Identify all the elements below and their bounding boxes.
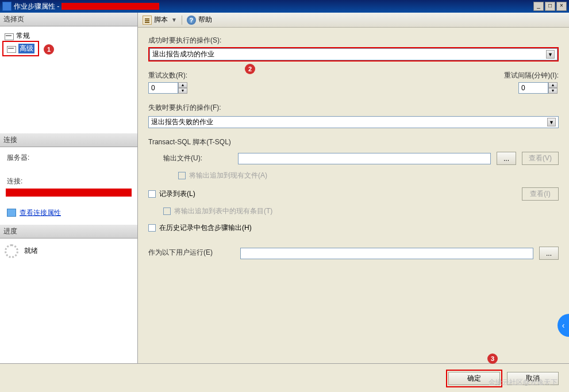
help-icon: ?: [187, 16, 196, 25]
retry-interval-up[interactable]: ▲: [548, 82, 558, 88]
include-history-label: 在历史记录中包含步骤输出(H): [159, 223, 252, 233]
annotation-marker-2: 2: [245, 64, 255, 74]
append-table-checkbox: [163, 207, 171, 215]
log-to-table-label: 记录到表(L): [159, 189, 195, 199]
title-prefix: 作业步骤属性 -: [14, 2, 61, 10]
server-label: 服务器:: [2, 151, 135, 164]
maximize-button[interactable]: □: [545, 2, 555, 11]
connection-label: 连接:: [2, 174, 135, 187]
annotation-marker-1: 1: [44, 44, 54, 55]
retry-count-label: 重试次数(R):: [148, 71, 189, 80]
retry-count-down[interactable]: ▼: [178, 88, 187, 94]
progress-header: 进度: [0, 225, 137, 239]
window-title: 作业步骤属性 -: [14, 2, 533, 11]
annotation-highlight-2: 退出报告成功的作业 ▼: [148, 47, 559, 62]
right-panel: 脚本 ▼ ? 帮助 成功时要执行的操作(S): 退出报告成功的作业 ▼ 2 重试…: [138, 13, 569, 363]
failure-action-label: 失败时要执行的操作(F):: [148, 103, 559, 113]
append-file-checkbox: [178, 172, 186, 179]
output-file-browse-button[interactable]: ...: [497, 152, 516, 165]
left-panel: 选择页 常规 高级 1 连接 服务器: 连接:: [0, 13, 138, 363]
append-table-label: 将输出追加到表中的现有条目(T): [174, 206, 272, 216]
retry-interval-input[interactable]: [518, 82, 548, 94]
view-conn-props-link[interactable]: 查看连接属性: [20, 208, 61, 218]
output-file-input[interactable]: [238, 153, 491, 164]
nav-item-advanced[interactable]: 高级: [5, 43, 37, 55]
cancel-button[interactable]: 取消: [507, 372, 559, 385]
window-icon: [2, 2, 11, 11]
annotation-marker-3: 3: [487, 353, 498, 364]
success-action-label: 成功时要执行的操作(S):: [148, 36, 559, 45]
chevron-down-icon[interactable]: ▼: [547, 118, 556, 126]
form-area: 成功时要执行的操作(S): 退出报告成功的作业 ▼ 2 重试次数(R): ▲: [138, 28, 569, 264]
tsql-header: Transact-SQL 脚本(T-SQL): [148, 137, 559, 147]
chevron-down-icon[interactable]: ▼: [546, 50, 555, 59]
script-dropdown-arrow[interactable]: ▼: [170, 17, 177, 23]
title-redacted: [61, 3, 159, 10]
success-action-dropdown[interactable]: 退出报告成功的作业 ▼: [149, 48, 558, 60]
main-area: 选择页 常规 高级 1 连接 服务器: 连接:: [0, 13, 569, 363]
log-to-table-checkbox[interactable]: [148, 190, 156, 198]
nav-item-general[interactable]: 常规: [2, 30, 135, 42]
success-action-value: 退出报告成功的作业: [152, 49, 214, 59]
toolbar: 脚本 ▼ ? 帮助: [138, 13, 569, 28]
dialog-footer: 3 确定 取消: [0, 363, 569, 392]
script-icon: [143, 16, 152, 25]
log-table-view-button: 查看(I): [522, 187, 559, 201]
include-history-checkbox[interactable]: [148, 224, 156, 232]
close-button[interactable]: ×: [556, 2, 567, 11]
run-as-label: 作为以下用户运行(E): [148, 248, 234, 258]
page-icon: [5, 32, 14, 40]
titlebar-buttons: _ □ ×: [533, 2, 567, 11]
help-button[interactable]: 帮助: [198, 15, 212, 25]
nav-label-advanced: 高级: [18, 44, 34, 53]
retry-interval-stepper[interactable]: ▲ ▼: [518, 82, 559, 94]
annotation-highlight-3: 确定: [446, 370, 502, 387]
retry-interval-label: 重试间隔(分钟)(I):: [504, 71, 559, 80]
view-connection-properties[interactable]: 查看连接属性: [2, 205, 135, 221]
progress-status: 就绪: [24, 246, 38, 256]
failure-action-value: 退出报告失败的作业: [151, 117, 213, 127]
nav-list: 常规 高级 1: [0, 26, 137, 133]
titlebar: 作业步骤属性 - _ □ ×: [0, 0, 569, 13]
output-file-view-button: 查看(V): [522, 152, 559, 165]
minimize-button[interactable]: _: [533, 2, 544, 11]
nav-label-general: 常规: [16, 31, 30, 41]
ok-button[interactable]: 确定: [448, 372, 500, 385]
progress-body: 就绪: [0, 239, 137, 264]
script-button[interactable]: 脚本: [154, 15, 168, 25]
page-icon: [7, 45, 16, 53]
failure-action-dropdown[interactable]: 退出报告失败的作业 ▼: [148, 116, 559, 128]
append-file-label: 将输出追加到现有文件(A): [189, 171, 267, 180]
progress-spinner-icon: [5, 244, 18, 258]
output-file-label: 输出文件(U):: [163, 153, 232, 163]
retry-count-up[interactable]: ▲: [178, 82, 187, 88]
run-as-browse-button[interactable]: ...: [539, 247, 559, 260]
select-page-header: 选择页: [0, 13, 137, 26]
retry-count-stepper[interactable]: ▲ ▼: [148, 82, 189, 94]
retry-count-input[interactable]: [148, 82, 178, 94]
connection-redacted: [6, 189, 132, 197]
properties-icon: [7, 209, 16, 217]
annotation-highlight-1: 高级: [2, 41, 39, 56]
connection-body: 服务器: 连接: 查看连接属性: [0, 147, 137, 225]
tsql-group: 输出文件(U): ... 查看(V) 将输出追加到现有文件(A): [163, 152, 559, 180]
connection-header: 连接: [0, 133, 137, 147]
retry-interval-down[interactable]: ▼: [548, 88, 558, 94]
run-as-input[interactable]: [240, 248, 533, 259]
toolbar-separator: [182, 16, 182, 25]
